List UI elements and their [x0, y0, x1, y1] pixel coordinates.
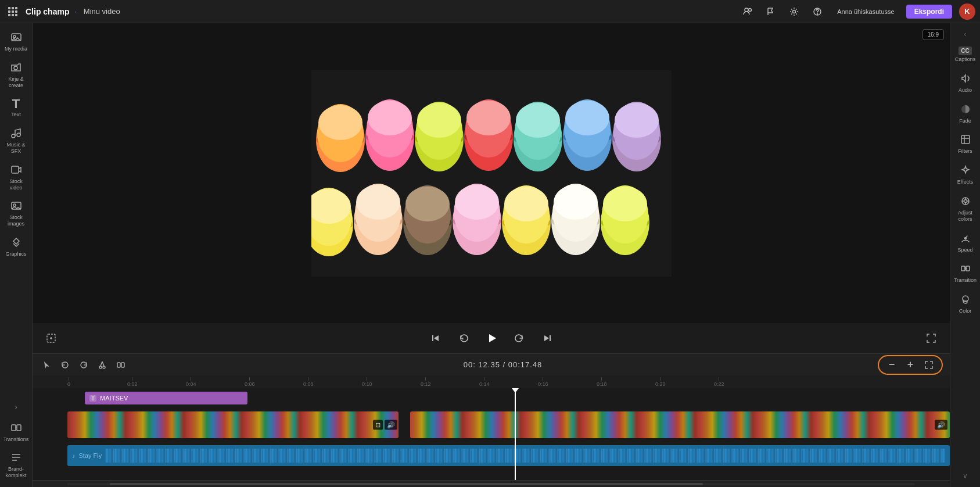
share-button[interactable]: Anna ühiskasutusse — [832, 3, 899, 20]
brand-icon — [10, 452, 22, 465]
sidebar-item-text[interactable]: T Text — [2, 94, 31, 121]
cut-button[interactable] — [95, 358, 109, 372]
svg-point-64 — [504, 187, 548, 221]
svg-point-1 — [749, 8, 752, 11]
magic-crop-button[interactable] — [42, 329, 60, 348]
adjust-colors-icon — [960, 196, 971, 209]
graphics-icon — [10, 237, 22, 250]
topbar-left: Clip champ · Minu video — [5, 3, 120, 20]
rewind-5s-button[interactable]: 5 — [454, 329, 473, 348]
title-track-row: T MAITSEV — [33, 388, 950, 409]
svg-point-44 — [615, 103, 659, 138]
ruler-mark-8: 0:16 — [538, 377, 548, 387]
aspect-ratio-button[interactable]: 16:9 — [922, 29, 944, 40]
right-panel-label: Adjust colors — [954, 210, 977, 223]
svg-marker-13 — [13, 238, 19, 244]
sidebar-item-label: Graphics — [5, 251, 26, 257]
user-avatar[interactable]: K — [959, 3, 975, 20]
fit-timeline-button[interactable] — [922, 358, 936, 372]
media-icon — [10, 31, 22, 45]
sidebar-collapse-bottom-button[interactable]: ∨ — [960, 470, 970, 482]
redo-button[interactable] — [77, 358, 91, 372]
title-chip-icon: T — [89, 395, 96, 402]
svg-point-28 — [417, 103, 461, 138]
scrollbar-thumb[interactable] — [110, 483, 703, 485]
help-button[interactable] — [809, 3, 825, 20]
zoom-controls: − + — [878, 355, 943, 375]
sidebar-item-label: Text — [11, 112, 21, 118]
sidebar-item-stock-images[interactable]: Stock images — [2, 196, 31, 231]
right-panel-adjust-colors[interactable]: Adjust colors — [952, 191, 979, 227]
audio-waveform — [105, 449, 945, 463]
flag-button[interactable] — [763, 3, 779, 20]
audio-note-icon: ♪ — [72, 452, 76, 459]
skip-forward-button[interactable] — [538, 329, 557, 348]
svg-point-4 — [817, 13, 818, 14]
svg-rect-86 — [961, 266, 965, 271]
sidebar-item-graphics[interactable]: Graphics — [2, 233, 31, 261]
windows-grid-button[interactable] — [5, 3, 21, 20]
select-tool-button[interactable] — [40, 358, 53, 372]
svg-point-68 — [554, 185, 598, 220]
skip-back-button[interactable] — [426, 329, 445, 348]
video-clip-right[interactable]: 🔊 — [410, 411, 950, 438]
playhead[interactable] — [515, 388, 516, 480]
svg-point-40 — [565, 101, 609, 135]
ruler-mark-9: 0:18 — [597, 377, 607, 387]
right-panel-label: Effects — [957, 179, 973, 185]
sidebar-item-label: My media — [5, 46, 27, 52]
audio-track-content[interactable]: ♪ Stay Fly — [67, 442, 950, 470]
ruler-mark-1: 0:02 — [127, 377, 138, 387]
export-button[interactable]: Ekspordi — [906, 5, 952, 19]
stock-video-icon — [10, 164, 22, 177]
video-clip-left[interactable]: ⊡ 🔊 — [67, 411, 399, 438]
sidebar-item-brand[interactable]: Brand-komplekt — [2, 448, 31, 482]
topbar-right: Anna ühiskasutusse Ekspordi K — [740, 3, 975, 20]
right-panel-color[interactable]: Color — [952, 289, 979, 319]
volume-icon-right: 🔊 — [935, 420, 947, 430]
right-panel-transition[interactable]: Transition — [952, 259, 979, 288]
sidebar-collapse-button[interactable]: ‹ — [962, 28, 969, 41]
video-track-content[interactable]: ⊡ 🔊 🔊 — [67, 409, 950, 442]
svg-rect-76 — [550, 335, 551, 341]
sidebar-item-my-media[interactable]: My media — [2, 28, 31, 56]
right-panel-effects[interactable]: Effects — [952, 160, 979, 190]
sidebar-expand-button[interactable]: › — [15, 402, 17, 411]
timeline-scrollbar[interactable] — [33, 480, 950, 487]
sidebar-item-label: Stock images — [4, 214, 28, 227]
right-panel-captions[interactable]: CC Captions — [952, 42, 979, 67]
right-panel-filters[interactable]: Filters — [952, 130, 979, 159]
sidebar-item-record[interactable]: Kirje &create — [2, 58, 31, 92]
sidebar-item-transitions[interactable]: Transitions — [2, 418, 31, 446]
svg-rect-15 — [17, 425, 21, 431]
svg-point-72 — [603, 187, 647, 221]
fullscreen-button[interactable] — [922, 329, 940, 348]
title-clip[interactable]: T MAITSEV — [85, 392, 247, 404]
right-panel-audio[interactable]: Audio — [952, 69, 979, 98]
ruler-mark-10: 0:20 — [655, 377, 666, 387]
zoom-in-button[interactable]: + — [903, 358, 917, 372]
people-icon-button[interactable] — [740, 3, 756, 20]
sidebar-item-stock-video[interactable]: Stock video — [2, 160, 31, 195]
sidebar-item-label: Brand-komplekt — [4, 466, 28, 479]
playhead-arrow — [512, 388, 519, 393]
right-panel-speed[interactable]: Speed — [952, 228, 979, 258]
volume-icon: 🔊 — [385, 420, 397, 430]
forward-5s-button[interactable] — [510, 329, 529, 348]
svg-point-0 — [745, 8, 748, 12]
zoom-out-button[interactable]: − — [885, 358, 899, 372]
right-panel-label: Speed — [957, 247, 972, 253]
timeline-area: 00: 12.35 / 00:17.48 − + 0 0:0 — [33, 353, 950, 487]
settings-button[interactable] — [786, 3, 802, 20]
play-button[interactable] — [482, 329, 501, 348]
right-panel-label: Transition — [954, 277, 977, 284]
audio-track-row: ♪ Stay Fly — [33, 442, 950, 470]
right-panel-fade[interactable]: Fade — [952, 99, 979, 129]
sidebar-item-music[interactable]: Music & SFX — [2, 124, 31, 158]
split-button[interactable] — [114, 358, 128, 372]
svg-point-7 — [14, 66, 17, 70]
music-icon — [10, 127, 22, 141]
audio-clip[interactable]: ♪ Stay Fly — [67, 445, 950, 466]
undo-button[interactable] — [58, 358, 72, 372]
svg-point-8 — [12, 134, 15, 138]
